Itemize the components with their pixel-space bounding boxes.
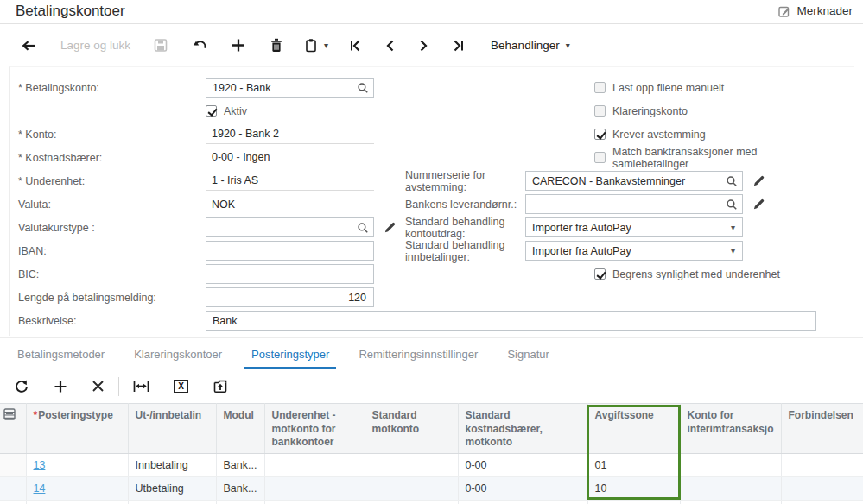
cell-posteringstype[interactable]: 14 [26, 477, 128, 501]
row-selector-cell[interactable] [0, 477, 26, 501]
search-icon[interactable] [726, 198, 738, 211]
column-header-ut-innbetaling[interactable]: Ut-/innbetalin [128, 404, 216, 454]
column-header-modul[interactable]: Modul [216, 404, 264, 454]
clipboard-button[interactable]: ▾ [303, 35, 328, 56]
cell-standard-motkonto[interactable] [365, 477, 458, 501]
row-selector-cell[interactable] [0, 454, 26, 477]
cell-standard-kostnadsbaerer[interactable]: 0-00 [458, 454, 587, 477]
krever-avstemming-row: Krever avstemming [405, 123, 820, 146]
last-opp-checkbox[interactable] [594, 82, 606, 93]
posting-type-link[interactable]: 13 [34, 459, 46, 471]
column-header-standard-kostnadsbaerer[interactable]: Standard kostnadsbærer, motkonto [458, 404, 587, 454]
lengde-value: 120 [348, 292, 366, 304]
cell-ut-innbetaling[interactable]: Innbetaling [128, 454, 216, 477]
tab-betalingsmetoder[interactable]: Betalingsmetoder [17, 348, 105, 361]
cell-forbindelsen[interactable] [781, 477, 863, 501]
cell-forbindelsen[interactable] [781, 454, 863, 477]
save-close-button[interactable]: Lagre og lukk [60, 35, 130, 56]
begrens-checkbox[interactable] [594, 268, 606, 280]
table-row-partial [0, 501, 863, 504]
cell-standard-motkonto[interactable] [365, 454, 458, 477]
back-button[interactable] [21, 35, 36, 56]
save-button[interactable] [153, 35, 168, 56]
kostnadsbaerer-label: * Kostnadsbærer: [18, 152, 206, 164]
bic-field[interactable] [206, 264, 374, 284]
leverandornr-row: Bankens leverandørnr.: [405, 192, 820, 216]
tab-klareringskontoer[interactable]: Klareringskontoer [134, 348, 222, 361]
row-selector-header[interactable] [0, 404, 26, 454]
plus-icon [231, 38, 246, 53]
betalingskonto-field[interactable]: 1920 - Bank [206, 78, 374, 98]
klareringskonto-checkbox[interactable] [594, 105, 606, 117]
cell-modul[interactable]: Bank... [216, 454, 264, 477]
aktiv-label: Aktiv [224, 105, 247, 117]
match-banktrans-checkbox[interactable] [594, 152, 606, 163]
fit-width-icon [133, 380, 149, 393]
fit-width-button[interactable] [133, 380, 149, 393]
aktiv-checkbox[interactable] [206, 105, 217, 117]
cell-avgiftssone[interactable]: 10 [587, 477, 680, 501]
back-icon [21, 39, 36, 53]
valutakurstype-field[interactable] [206, 217, 374, 237]
delete-button[interactable] [269, 35, 284, 56]
iban-field[interactable] [206, 241, 374, 261]
tab-signatur[interactable]: Signatur [507, 348, 549, 361]
innbetalinger-select[interactable]: Importer fra AutoPay ▾ [525, 241, 743, 261]
delete-row-icon [92, 380, 105, 393]
notes-button[interactable]: Merknader [777, 4, 853, 18]
column-header-konto-interim[interactable]: Konto for interimtransaksjo [680, 404, 781, 454]
betalingskonto-value: 1920 - Bank [213, 82, 270, 94]
go-last-button[interactable] [451, 35, 466, 56]
cell-konto-interim[interactable] [680, 454, 781, 477]
pencil-icon[interactable] [752, 198, 765, 211]
search-icon[interactable] [726, 175, 738, 187]
column-header-posteringstype[interactable]: *Posteringstype [26, 404, 128, 454]
cell-ut-innbetaling[interactable]: Utbetaling [128, 477, 216, 501]
notes-label: Merknader [796, 4, 853, 17]
lengde-field[interactable]: 120 [206, 287, 374, 307]
add-button[interactable] [231, 35, 246, 56]
refresh-button[interactable] [14, 379, 29, 394]
undo-button[interactable] [193, 35, 208, 56]
export-excel-button[interactable]: X [174, 380, 188, 393]
trash-icon [269, 38, 284, 53]
search-icon[interactable] [357, 222, 369, 234]
column-header-avgiftssone[interactable]: Avgiftssone [587, 404, 680, 454]
page-header: Betalingskontoer Merknader [0, 0, 863, 24]
match-banktrans-row: Match banktransaksjoner med samlebetalin… [405, 146, 820, 169]
cell-konto-interim[interactable] [680, 477, 781, 501]
cell-avgiftssone[interactable]: 01 [587, 454, 680, 477]
cell-underenhet[interactable] [264, 477, 365, 501]
pencil-icon[interactable] [752, 174, 765, 187]
behandlinger-menu[interactable]: Behandlinger▾ [491, 35, 570, 56]
load-records-button[interactable] [213, 379, 228, 394]
kostnadsbaerer-value[interactable]: 0-00 - Ingen [206, 148, 374, 167]
nummerserie-field[interactable]: CARECON - Bankavstemninger [525, 171, 743, 191]
cell-standard-kostnadsbaerer[interactable]: 0-00 [458, 477, 587, 501]
column-header-underenhet-motkonto[interactable]: Underenhet - motkonto for bankkontoer [264, 404, 365, 454]
underenhet-label: * Underenhet: [18, 175, 206, 187]
go-prev-button[interactable] [382, 35, 397, 56]
column-header-standard-motkonto[interactable]: Standard motkonto [365, 404, 458, 454]
lengde-row: Lengde på betalingsmelding: 120 [18, 286, 839, 309]
column-header-forbindelsen[interactable]: Forbindelsen [781, 404, 863, 454]
kontoutdrag-label: Standard behandling kontoutdrag: [405, 216, 525, 240]
tab-remitteringsinnstillinger[interactable]: Remitteringsinnstillinger [359, 348, 478, 361]
kontoutdrag-select[interactable]: Importer fra AutoPay ▾ [525, 217, 743, 237]
krever-avstemming-checkbox[interactable] [594, 129, 606, 140]
posting-type-link[interactable]: 14 [34, 482, 46, 495]
add-row-button[interactable] [54, 380, 67, 394]
search-icon[interactable] [357, 82, 369, 94]
cell-modul[interactable]: Bank... [216, 477, 264, 501]
cell-underenhet[interactable] [264, 454, 365, 477]
leverandornr-field[interactable] [525, 194, 743, 214]
tab-posteringstyper[interactable]: Posteringstyper [251, 348, 329, 361]
pencil-icon[interactable] [384, 221, 397, 234]
konto-value[interactable]: 1920 - Bank 2 [206, 124, 374, 144]
go-next-button[interactable] [416, 35, 432, 56]
delete-row-button[interactable] [92, 380, 105, 393]
underenhet-value[interactable]: 1 - Iris AS [206, 171, 374, 191]
go-first-button[interactable] [347, 35, 363, 56]
cell-posteringstype[interactable]: 13 [26, 454, 128, 477]
beskrivelse-field[interactable]: Bank [206, 311, 816, 331]
